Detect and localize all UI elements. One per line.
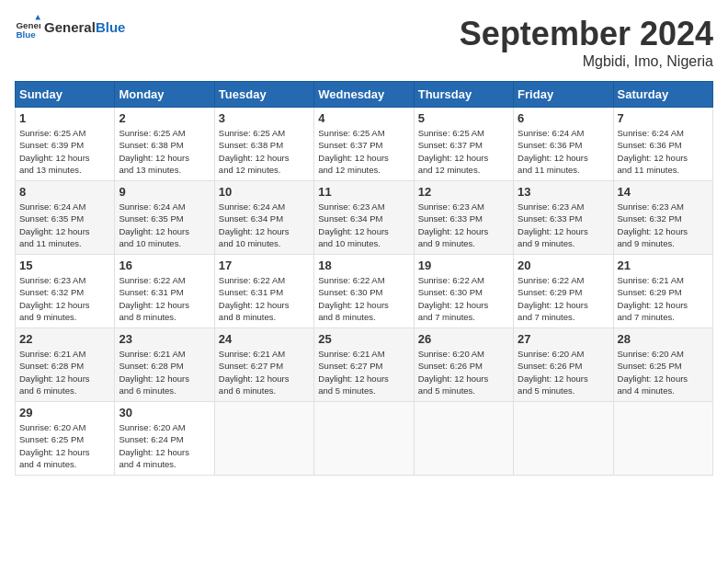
day-number: 30 [119, 406, 210, 419]
calendar-cell: 24Sunrise: 6:21 AM Sunset: 6:27 PM Dayli… [214, 328, 313, 402]
day-number: 8 [19, 185, 110, 199]
calendar-cell: 9Sunrise: 6:24 AM Sunset: 6:35 PM Daylig… [115, 181, 214, 255]
calendar-cell: 25Sunrise: 6:21 AM Sunset: 6:27 PM Dayli… [314, 328, 414, 402]
day-number: 10 [219, 185, 310, 199]
page-header: General Blue GeneralBlue September 2024 … [15, 15, 713, 70]
calendar-cell: 28Sunrise: 6:20 AM Sunset: 6:25 PM Dayli… [613, 328, 712, 402]
day-info: Sunrise: 6:20 AM Sunset: 6:26 PM Dayligh… [518, 348, 609, 396]
day-info: Sunrise: 6:23 AM Sunset: 6:33 PM Dayligh… [418, 201, 509, 249]
day-info: Sunrise: 6:21 AM Sunset: 6:28 PM Dayligh… [19, 348, 110, 396]
day-number: 27 [518, 332, 609, 346]
day-number: 7 [618, 111, 709, 125]
day-number: 25 [318, 332, 409, 346]
calendar-week-row: 8Sunrise: 6:24 AM Sunset: 6:35 PM Daylig… [16, 181, 713, 255]
calendar-cell [314, 402, 414, 476]
calendar-cell: 6Sunrise: 6:24 AM Sunset: 6:36 PM Daylig… [514, 108, 613, 181]
day-info: Sunrise: 6:21 AM Sunset: 6:27 PM Dayligh… [318, 348, 409, 396]
calendar-cell: 21Sunrise: 6:21 AM Sunset: 6:29 PM Dayli… [613, 255, 712, 328]
day-info: Sunrise: 6:23 AM Sunset: 6:32 PM Dayligh… [19, 274, 110, 323]
header-monday: Monday [115, 82, 214, 108]
day-number: 21 [618, 259, 709, 272]
header-thursday: Thursday [414, 82, 513, 108]
month-year-title: September 2024 [460, 15, 713, 53]
calendar-cell: 4Sunrise: 6:25 AM Sunset: 6:37 PM Daylig… [314, 108, 414, 181]
calendar-cell: 10Sunrise: 6:24 AM Sunset: 6:34 PM Dayli… [214, 181, 313, 255]
calendar-cell [613, 402, 712, 476]
day-number: 1 [19, 111, 110, 125]
header-tuesday: Tuesday [214, 82, 313, 108]
calendar-cell: 12Sunrise: 6:23 AM Sunset: 6:33 PM Dayli… [414, 181, 513, 255]
day-info: Sunrise: 6:22 AM Sunset: 6:31 PM Dayligh… [219, 274, 310, 323]
calendar-cell: 23Sunrise: 6:21 AM Sunset: 6:28 PM Dayli… [115, 328, 214, 402]
calendar-week-row: 15Sunrise: 6:23 AM Sunset: 6:32 PM Dayli… [16, 255, 713, 328]
day-info: Sunrise: 6:22 AM Sunset: 6:30 PM Dayligh… [318, 274, 409, 323]
header-saturday: Saturday [613, 82, 712, 108]
day-number: 28 [618, 332, 709, 346]
calendar-cell: 19Sunrise: 6:22 AM Sunset: 6:30 PM Dayli… [414, 255, 513, 328]
title-section: September 2024 Mgbidi, Imo, Nigeria [460, 15, 713, 70]
day-number: 15 [19, 259, 110, 272]
calendar-cell: 27Sunrise: 6:20 AM Sunset: 6:26 PM Dayli… [514, 328, 613, 402]
location-subtitle: Mgbidi, Imo, Nigeria [460, 53, 713, 70]
day-number: 23 [119, 332, 210, 346]
calendar-cell: 2Sunrise: 6:25 AM Sunset: 6:38 PM Daylig… [115, 108, 214, 181]
day-info: Sunrise: 6:23 AM Sunset: 6:34 PM Dayligh… [318, 201, 409, 249]
day-info: Sunrise: 6:24 AM Sunset: 6:35 PM Dayligh… [19, 201, 110, 249]
calendar-cell: 3Sunrise: 6:25 AM Sunset: 6:38 PM Daylig… [214, 108, 313, 181]
day-number: 29 [19, 406, 110, 419]
calendar-cell: 11Sunrise: 6:23 AM Sunset: 6:34 PM Dayli… [314, 181, 414, 255]
day-number: 11 [318, 185, 409, 199]
calendar-cell: 22Sunrise: 6:21 AM Sunset: 6:28 PM Dayli… [16, 328, 115, 402]
calendar-cell: 30Sunrise: 6:20 AM Sunset: 6:24 PM Dayli… [115, 402, 214, 476]
calendar-week-row: 1Sunrise: 6:25 AM Sunset: 6:39 PM Daylig… [16, 108, 713, 181]
day-info: Sunrise: 6:25 AM Sunset: 6:38 PM Dayligh… [119, 127, 210, 176]
calendar-cell: 20Sunrise: 6:22 AM Sunset: 6:29 PM Dayli… [514, 255, 613, 328]
day-info: Sunrise: 6:21 AM Sunset: 6:27 PM Dayligh… [219, 348, 310, 396]
day-info: Sunrise: 6:24 AM Sunset: 6:34 PM Dayligh… [219, 201, 310, 249]
calendar-cell [414, 402, 513, 476]
day-number: 18 [318, 259, 409, 272]
day-info: Sunrise: 6:24 AM Sunset: 6:35 PM Dayligh… [119, 201, 210, 249]
day-info: Sunrise: 6:23 AM Sunset: 6:33 PM Dayligh… [518, 201, 609, 249]
calendar-cell: 1Sunrise: 6:25 AM Sunset: 6:39 PM Daylig… [16, 108, 115, 181]
day-number: 17 [219, 259, 310, 272]
day-info: Sunrise: 6:20 AM Sunset: 6:25 PM Dayligh… [618, 348, 709, 396]
day-number: 20 [518, 259, 609, 272]
svg-text:Blue: Blue [16, 29, 36, 40]
logo: General Blue GeneralBlue [15, 15, 125, 40]
day-number: 19 [418, 259, 509, 272]
calendar-cell [514, 402, 613, 476]
day-number: 12 [418, 185, 509, 199]
calendar-cell: 29Sunrise: 6:20 AM Sunset: 6:25 PM Dayli… [16, 402, 115, 476]
logo-blue: Blue [96, 19, 126, 35]
header-friday: Friday [514, 82, 613, 108]
calendar-cell [214, 402, 313, 476]
day-number: 24 [219, 332, 310, 346]
day-info: Sunrise: 6:21 AM Sunset: 6:28 PM Dayligh… [119, 348, 210, 396]
calendar-week-row: 22Sunrise: 6:21 AM Sunset: 6:28 PM Dayli… [16, 328, 713, 402]
day-info: Sunrise: 6:22 AM Sunset: 6:29 PM Dayligh… [518, 274, 609, 323]
day-number: 9 [119, 185, 210, 199]
day-number: 4 [318, 111, 409, 125]
day-number: 2 [119, 111, 210, 125]
day-number: 13 [518, 185, 609, 199]
day-info: Sunrise: 6:20 AM Sunset: 6:25 PM Dayligh… [19, 421, 110, 470]
calendar-table: SundayMondayTuesdayWednesdayThursdayFrid… [15, 81, 713, 476]
svg-marker-2 [35, 15, 40, 20]
day-info: Sunrise: 6:25 AM Sunset: 6:39 PM Dayligh… [19, 127, 110, 176]
calendar-cell: 7Sunrise: 6:24 AM Sunset: 6:36 PM Daylig… [613, 108, 712, 181]
calendar-cell: 13Sunrise: 6:23 AM Sunset: 6:33 PM Dayli… [514, 181, 613, 255]
day-number: 22 [19, 332, 110, 346]
calendar-cell: 16Sunrise: 6:22 AM Sunset: 6:31 PM Dayli… [115, 255, 214, 328]
calendar-week-row: 29Sunrise: 6:20 AM Sunset: 6:25 PM Dayli… [16, 402, 713, 476]
calendar-cell: 8Sunrise: 6:24 AM Sunset: 6:35 PM Daylig… [16, 181, 115, 255]
logo-general: General [44, 19, 96, 35]
day-info: Sunrise: 6:22 AM Sunset: 6:31 PM Dayligh… [119, 274, 210, 323]
logo-icon: General Blue [15, 15, 40, 40]
day-info: Sunrise: 6:25 AM Sunset: 6:37 PM Dayligh… [418, 127, 509, 176]
day-info: Sunrise: 6:25 AM Sunset: 6:38 PM Dayligh… [219, 127, 310, 176]
day-info: Sunrise: 6:25 AM Sunset: 6:37 PM Dayligh… [318, 127, 409, 176]
day-number: 16 [119, 259, 210, 272]
day-number: 5 [418, 111, 509, 125]
day-info: Sunrise: 6:24 AM Sunset: 6:36 PM Dayligh… [518, 127, 609, 176]
